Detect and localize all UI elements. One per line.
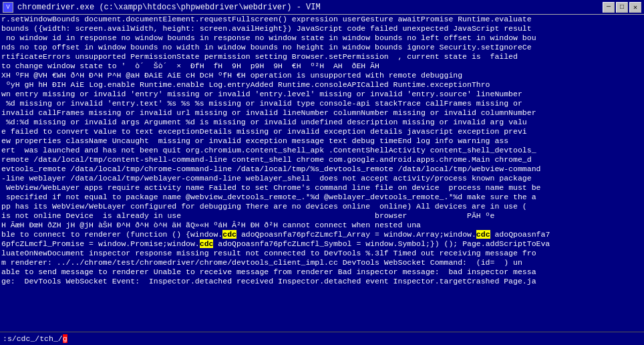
- content-line: %d:%d missing or invalid args Argument %…: [1, 118, 643, 127]
- content-line: nds no top offset in window bounds no wi…: [1, 43, 643, 52]
- content-line: ºyH gH hH ÐIH AiE Log.enable Runtime.ena…: [1, 80, 643, 90]
- cdc-highlight: cdc: [200, 239, 214, 248]
- content-line: ge: DevTools WebSocket Event: Inspector.…: [1, 277, 643, 286]
- content-line: ert was launched and has not been quit o…: [1, 146, 643, 155]
- content-line: able to send message to renderer Unable …: [1, 267, 643, 277]
- cdc-highlight: cdc: [222, 230, 236, 239]
- title-bar-left: V chromedriver.exe (c:\xampp\htdocs\phpw…: [3, 2, 321, 13]
- content-line: ew properties className Uncaught missing…: [1, 136, 643, 146]
- maximize-button[interactable]: □: [616, 2, 628, 13]
- content-line: %d missing or invalid 'entry.text' %s %s…: [1, 99, 643, 108]
- close-button[interactable]: ✕: [629, 2, 641, 13]
- content-line: XH ºFH @VH €WH ð^H Ð^H P^H @aH ÐAiE AiE …: [1, 71, 643, 80]
- command-input[interactable]: :s/cdc_/tch_/g: [3, 334, 67, 343]
- minimize-button[interactable]: ─: [603, 2, 615, 13]
- content-line: is not online Device is already in use b…: [1, 211, 643, 221]
- content-line: evtools_remote /data/local/tmp/chrome-co…: [1, 164, 643, 174]
- content-line: luateOnNewDocument inspector response mi…: [1, 249, 643, 258]
- vim-editor: r.setWindowBounds document.documentEleme…: [0, 15, 644, 332]
- content-line: 6pfcZLmcfl_Promise = window.Promise;wind…: [1, 239, 643, 249]
- content-line: rtificateErrors unsupported PermissionSt…: [1, 52, 643, 62]
- cursor: g: [63, 334, 67, 343]
- content-line: remote /data/local/tmp/content-shell-com…: [1, 155, 643, 164]
- app-icon: V: [3, 2, 13, 13]
- content-line: r.setWindowBounds document.documentEleme…: [1, 15, 643, 24]
- window-controls: ─ □ ✕: [603, 2, 641, 13]
- content-line: e failed to convert value to text except…: [1, 127, 643, 136]
- content-line: ble to connect to renderer (function () …: [1, 230, 643, 239]
- content-line: m renderer: ../../chrome/test/chromedriv…: [1, 258, 643, 267]
- content-line: invalid callFrames missing or invalid ur…: [1, 108, 643, 118]
- app-icon-letter: V: [6, 4, 9, 11]
- content-line: no window id in response no window bound…: [1, 33, 643, 43]
- cdc-highlight: cdc: [476, 230, 490, 239]
- content-line: specified if not equal to package name @…: [1, 193, 643, 202]
- content-line: wn entry missing or invalid 'entry' miss…: [1, 90, 643, 99]
- title-bar: V chromedriver.exe (c:\xampp\htdocs\phpw…: [0, 0, 644, 15]
- content-line: H ÃæH ÐœH ðZH jH @jH àŠH Ð^H ð^H ò^H äH …: [1, 221, 643, 230]
- status-bar: :s/cdc_/tch_/g: [0, 332, 644, 345]
- content-line: -line weblayer /data/local/tmp/weblayer-…: [1, 174, 643, 183]
- content-line: pp has its WebView/WebLayer configured f…: [1, 202, 643, 211]
- content-line: to change window state to ' ò´ Šò´ × ÐfH…: [1, 62, 643, 71]
- content-line: bounds ({width: screen.availWidth, heigh…: [1, 24, 643, 33]
- content-line: WebView/WebLayer apps require activity n…: [1, 183, 643, 193]
- window-title: chromedriver.exe (c:\xampp\htdocs\phpweb…: [17, 3, 321, 12]
